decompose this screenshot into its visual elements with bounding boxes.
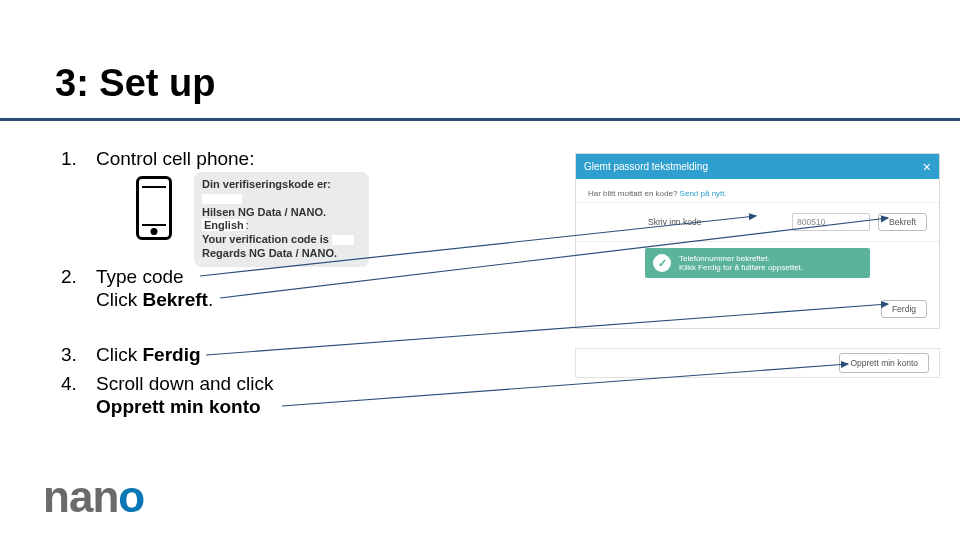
dialog-sent-prefix: Har blitt mottatt en kode?: [588, 189, 680, 198]
step-4-line1: Scroll down and click: [96, 373, 273, 394]
dialog-info: Har blitt mottatt en kode? Send på nytt.: [576, 179, 939, 203]
sms-line1: Din verifiseringskode er:: [202, 178, 331, 190]
check-icon: ✓: [653, 254, 671, 272]
step-2-line1: Type code: [96, 266, 184, 287]
code-input[interactable]: 800510: [792, 213, 870, 231]
step-3-ferdig: Ferdig: [142, 344, 200, 365]
nano-logo: nano: [43, 472, 144, 522]
step-2-text: Type code Click Bekreft.: [96, 266, 213, 312]
opprett-strip: Opprett min konto: [575, 348, 940, 378]
sms-line4: Regards NG Data / NANO.: [202, 247, 337, 259]
opprett-button[interactable]: Opprett min konto: [839, 353, 929, 373]
logo-n1: n: [43, 472, 69, 521]
step-4-number: 4.: [61, 373, 77, 395]
code-label: Skriv inn kode: [588, 217, 701, 227]
step-1-number: 1.: [61, 148, 77, 170]
bekreft-button[interactable]: Bekreft: [878, 213, 927, 231]
sms-english-label: English: [202, 219, 246, 231]
logo-o: o: [118, 472, 144, 521]
logo-a: a: [69, 472, 92, 521]
step-2-line2c: .: [208, 289, 213, 310]
sms-line3: Your verification code is: [202, 233, 329, 245]
logo-n2: n: [92, 472, 118, 521]
close-icon[interactable]: ×: [923, 159, 931, 175]
confirm-line2: Klikk Ferdig for å fullføre oppsettet.: [679, 263, 803, 272]
confirm-line1: Telefonnummer bekreftet.: [679, 254, 803, 263]
code-row: Skriv inn kode 800510 Bekreft: [576, 203, 939, 242]
phone-icon: [136, 176, 172, 240]
step-4-opprett: Opprett min konto: [96, 396, 261, 417]
step-1-text: Control cell phone:: [96, 148, 254, 171]
title-underline: [0, 118, 960, 121]
step-2-line2a: Click: [96, 289, 142, 310]
step-3-line1a: Click: [96, 344, 142, 365]
dialog-header: Glemt passord tekstmelding ×: [576, 154, 939, 179]
slide-title: 3: Set up: [55, 62, 215, 105]
step-3-number: 3.: [61, 344, 77, 366]
ferdig-button[interactable]: Ferdig: [881, 300, 927, 318]
sms-dialog: Glemt passord tekstmelding × Har blitt m…: [575, 153, 940, 329]
step-2-bekreft: Bekreft: [142, 289, 207, 310]
step-3-text: Click Ferdig: [96, 344, 201, 367]
dialog-title: Glemt passord tekstmelding: [584, 161, 708, 172]
sms-line2: Hilsen NG Data / NANO.: [202, 206, 326, 218]
step-4-text: Scroll down and click Opprett min konto: [96, 373, 273, 419]
confirm-box: ✓ Telefonnummer bekreftet. Klikk Ferdig …: [645, 248, 870, 278]
sms-bubble: Din verifiseringskode er: Hilsen NG Data…: [194, 172, 369, 267]
step-2-number: 2.: [61, 266, 77, 288]
resend-link[interactable]: Send på nytt.: [680, 189, 727, 198]
